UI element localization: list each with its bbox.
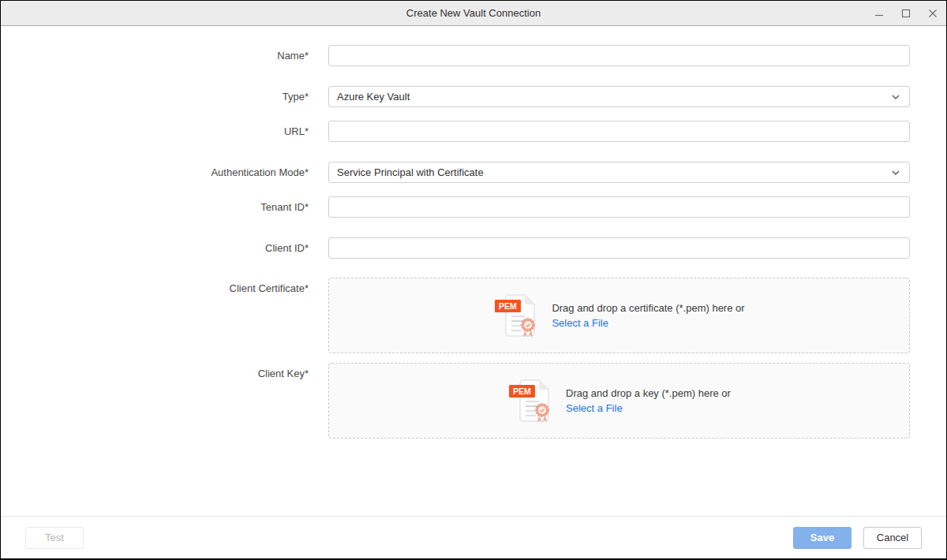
form-row-client-certificate: Client Certificate* (1, 278, 946, 353)
form-row-client-id: Client ID* (1, 237, 946, 259)
form-row-url: URL* (1, 121, 946, 142)
test-button[interactable]: Test (25, 527, 84, 549)
close-button[interactable] (919, 1, 946, 25)
client-id-input[interactable] (328, 237, 910, 259)
create-vault-connection-dialog: Create New Vault Connection Name* (0, 0, 947, 560)
svg-text:PEM: PEM (499, 301, 517, 311)
form-row-client-key: Client Key* (1, 363, 946, 439)
tenant-id-input[interactable] (328, 196, 910, 218)
titlebar: Create New Vault Connection (1, 1, 946, 26)
minimize-icon (874, 9, 884, 18)
form-area: Name* Type* Azure Key Vault URL* (1, 26, 946, 516)
chevron-down-icon (892, 95, 900, 99)
cancel-button[interactable]: Cancel (863, 527, 922, 549)
dialog-footer: Test Save Cancel (1, 516, 946, 558)
auth-mode-selected-value: Service Principal with Certificate (337, 166, 892, 178)
chevron-down-icon (892, 170, 900, 175)
key-drop-instruction: Drag and drop a key (*.pem) here or (566, 386, 731, 401)
type-selected-value: Azure Key Vault (337, 91, 892, 103)
type-select[interactable]: Azure Key Vault (328, 86, 910, 107)
tenant-id-label: Tenant ID* (1, 196, 309, 218)
type-label: Type* (1, 86, 309, 107)
form-row-type: Type* Azure Key Vault (1, 86, 946, 107)
window-controls (866, 1, 946, 25)
auth-mode-label: Authentication Mode* (1, 162, 309, 183)
form-row-auth-mode: Authentication Mode* Service Principal w… (1, 162, 946, 183)
url-label: URL* (1, 121, 309, 142)
maximize-button[interactable] (893, 1, 919, 25)
svg-text:PEM: PEM (513, 386, 531, 396)
auth-mode-select[interactable]: Service Principal with Certificate (328, 162, 910, 183)
certificate-drop-instruction: Drag and drop a certificate (*.pem) here… (552, 301, 744, 315)
client-id-label: Client ID* (1, 237, 309, 259)
form-row-name: Name* (1, 45, 946, 66)
form-row-tenant-id: Tenant ID* (1, 196, 946, 218)
client-certificate-label: Client Certificate* (1, 278, 309, 299)
close-icon (928, 9, 938, 18)
certificate-select-file-link[interactable]: Select a File (552, 315, 744, 330)
url-input[interactable] (328, 121, 910, 142)
key-select-file-link[interactable]: Select a File (566, 401, 731, 416)
pem-file-icon: PEM (507, 378, 553, 424)
certificate-dropzone[interactable]: PEM Drag and drop a certificate (*.pem) … (328, 278, 910, 353)
save-button[interactable]: Save (793, 527, 852, 549)
name-input[interactable] (328, 45, 910, 66)
dialog-title: Create New Vault Connection (406, 7, 541, 19)
key-dropzone[interactable]: PEM Drag and drop a key (*.pem) here or … (328, 363, 910, 439)
name-label: Name* (1, 45, 309, 66)
pem-file-icon: PEM (493, 293, 539, 338)
minimize-button[interactable] (866, 1, 893, 25)
client-key-label: Client Key* (1, 363, 309, 384)
maximize-icon (901, 9, 911, 18)
